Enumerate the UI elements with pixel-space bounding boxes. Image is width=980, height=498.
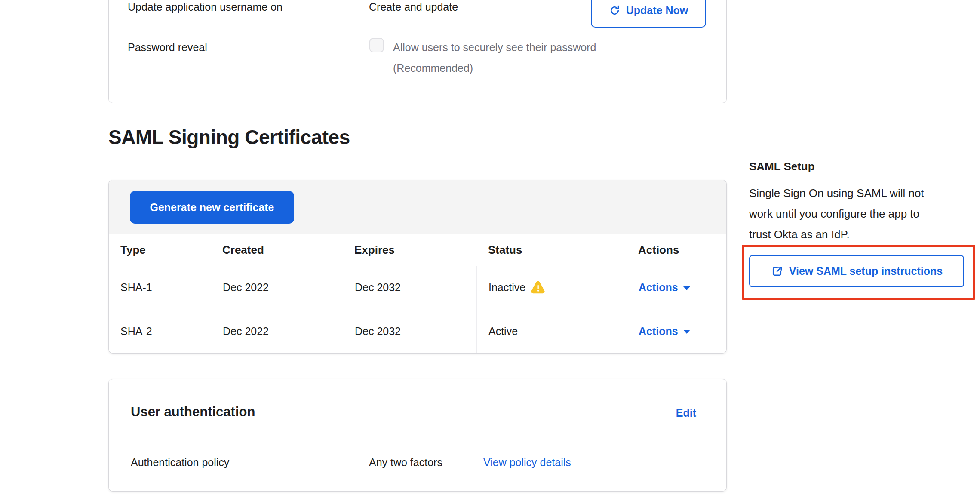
password-reveal-checkbox[interactable] [369,38,384,52]
actions-dropdown-sha2[interactable]: Actions [639,325,690,338]
view-policy-details-link[interactable]: View policy details [483,456,571,469]
cell-type: SHA-1 [109,266,211,309]
update-now-label: Update Now [626,4,688,17]
refresh-icon [609,5,621,16]
caret-down-icon [683,286,690,290]
cell-type: SHA-2 [109,309,211,353]
column-header-status: Status [476,243,627,257]
cell-created: Dec 2022 [211,266,343,309]
saml-signing-certificates-heading: SAML Signing Certificates [108,126,350,149]
cell-status: Active [488,325,518,338]
cell-created: Dec 2022 [211,309,343,353]
authentication-policy-label: Authentication policy [131,456,229,469]
column-header-type: Type [109,243,211,257]
cell-status: Inactive [488,281,525,294]
column-header-created: Created [211,243,343,257]
password-reveal-label: Password reveal [128,41,207,54]
generate-new-certificate-button[interactable]: Generate new certificate [130,191,294,224]
certificates-toolbar: Generate new certificate [109,180,726,234]
provisioning-settings-card: Update application username on Create an… [108,0,727,103]
user-authentication-card: User authentication Edit Authentication … [108,379,727,492]
table-row-sha1: SHA-1 Dec 2022 Dec 2032 Inactive Actions [109,266,726,309]
column-header-expires: Expires [343,243,476,257]
user-authentication-heading: User authentication [131,404,255,420]
actions-label: Actions [639,281,678,294]
update-now-button[interactable]: Update Now [591,0,706,28]
actions-label: Actions [639,325,678,338]
view-saml-setup-instructions-button[interactable]: View SAML setup instructions [749,255,964,287]
username-update-value: Create and update [369,1,458,13]
certificates-table-header: Type Created Expires Status Actions [109,234,726,266]
view-saml-setup-instructions-label: View SAML setup instructions [789,265,943,277]
external-link-icon [771,265,783,278]
cell-expires: Dec 2032 [343,266,476,309]
actions-dropdown-sha1[interactable]: Actions [639,281,690,294]
highlight-annotation-box: View SAML setup instructions [742,245,975,300]
cell-expires: Dec 2032 [343,309,476,353]
column-header-actions: Actions [627,243,727,257]
authentication-policy-value: Any two factors [369,456,442,469]
certificates-table-card: Generate new certificate Type Created Ex… [108,180,727,354]
password-reveal-caption-line1: Allow users to securely see their passwo… [393,41,596,54]
username-update-label: Update application username on [128,1,283,13]
table-row-sha2: SHA-2 Dec 2022 Dec 2032 Active Actions [109,309,726,353]
edit-link[interactable]: Edit [676,407,696,419]
warning-triangle-icon [531,281,545,294]
saml-setup-heading: SAML Setup [749,160,815,173]
saml-setup-description-line2: work until you configure the app to [749,207,980,221]
saml-setup-description-line3: trust Okta as an IdP. [749,228,980,241]
password-reveal-caption-line2: (Recommended) [393,62,473,74]
saml-setup-description-line1: Single Sign On using SAML will not [749,187,980,200]
caret-down-icon [683,330,690,334]
